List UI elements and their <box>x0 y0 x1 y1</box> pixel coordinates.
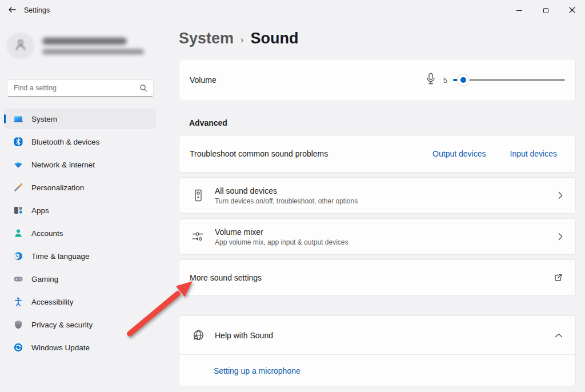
user-email-blurred <box>42 49 144 54</box>
main-content: System › Sound Volume 5 <box>179 0 576 392</box>
avatar <box>7 32 34 59</box>
sidebar-item-gaming[interactable]: Gaming <box>4 269 156 289</box>
sidebar-item-label: Privacy & security <box>31 321 93 329</box>
globe-search-icon <box>192 329 205 341</box>
volume-mixer-title: Volume mixer <box>215 227 348 237</box>
volume-mixer-icon <box>192 231 205 242</box>
app-title: Settings <box>24 0 50 21</box>
slider-track[interactable] <box>453 79 565 81</box>
sidebar-item-label: Network & internet <box>31 161 95 169</box>
volume-label: Volume <box>190 75 217 85</box>
more-sound-settings-row[interactable]: More sound settings <box>179 259 576 296</box>
sidebar-item-label: Windows Update <box>31 343 90 352</box>
sidebar-item-personalization[interactable]: Personalization <box>4 177 156 198</box>
accounts-icon <box>13 228 23 238</box>
troubleshoot-card: Troubleshoot common sound problems Outpu… <box>179 135 576 173</box>
user-text-blurred <box>42 38 144 54</box>
user-profile[interactable] <box>7 32 144 59</box>
chevron-right-icon <box>558 233 563 241</box>
all-sound-devices-subtitle: Turn devices on/off, troubleshoot, other… <box>215 197 358 205</box>
page-title: Sound <box>250 30 298 47</box>
sidebar-item-accounts[interactable]: Accounts <box>4 223 156 243</box>
volume-value: 5 <box>443 76 447 85</box>
output-devices-link[interactable]: Output devices <box>432 149 486 158</box>
chevron-right-icon <box>558 191 563 199</box>
sidebar-item-label: Personalization <box>31 183 84 192</box>
sidebar-item-time-language[interactable]: Time & language <box>4 246 156 266</box>
advanced-section-header: Advanced <box>189 118 227 127</box>
sidebar-item-privacy-security[interactable]: Privacy & security <box>4 314 156 335</box>
volume-slider[interactable] <box>453 74 565 86</box>
selected-indicator <box>4 114 6 123</box>
setting-up-microphone-link[interactable]: Setting up a microphone <box>214 366 300 375</box>
sidebar-item-windows-update[interactable]: Windows Update <box>4 337 156 358</box>
privacy-icon <box>13 319 23 330</box>
accessibility-icon <box>13 297 23 307</box>
sidebar-item-accessibility[interactable]: Accessibility <box>4 291 156 312</box>
sidebar-item-label: Apps <box>31 206 49 215</box>
all-sound-devices-title: All sound devices <box>215 186 358 195</box>
volume-mixer-subtitle: App volume mix, app input & output devic… <box>215 238 348 246</box>
system-icon <box>13 114 23 124</box>
personalization-icon <box>13 182 23 193</box>
speaker-device-icon <box>192 189 205 202</box>
back-button[interactable] <box>3 2 21 18</box>
user-name-blurred <box>42 38 127 45</box>
sidebar-item-label: Time & language <box>31 252 90 261</box>
all-sound-devices-row[interactable]: All sound devices Turn devices on/off, t… <box>179 177 576 214</box>
sidebar-item-label: Accessibility <box>31 298 74 306</box>
sidebar-item-network-internet[interactable]: Network & internet <box>4 154 156 175</box>
gaming-icon <box>13 274 23 284</box>
search-icon <box>139 84 147 92</box>
sidebar-item-apps[interactable]: Apps <box>4 200 156 221</box>
breadcrumb-separator-icon: › <box>241 35 243 45</box>
chevron-up-icon[interactable] <box>555 333 563 338</box>
windows-update-icon <box>13 342 23 353</box>
more-sound-settings-title: More sound settings <box>190 273 262 282</box>
sidebar-item-system[interactable]: System <box>4 109 156 129</box>
sidebar-item-label: Accounts <box>31 229 63 238</box>
breadcrumb-system[interactable]: System <box>179 30 234 47</box>
external-link-icon <box>554 273 563 282</box>
microphone-icon <box>425 73 436 87</box>
help-card: Help with Sound Setting up a microphone <box>179 315 576 386</box>
sidebar: System Bluetooth & devices Network & int… <box>0 21 171 392</box>
sidebar-item-label: Bluetooth & devices <box>31 138 99 146</box>
help-links: Setting up a microphone <box>179 355 575 386</box>
bluetooth-icon <box>13 137 23 147</box>
sidebar-item-bluetooth-devices[interactable]: Bluetooth & devices <box>4 131 156 152</box>
slider-thumb[interactable] <box>458 74 469 86</box>
settings-window: Settings <box>0 0 585 392</box>
help-with-sound-title: Help with Sound <box>215 331 273 340</box>
volume-mixer-row[interactable]: Volume mixer App volume mix, app input &… <box>179 218 576 255</box>
sidebar-nav: System Bluetooth & devices Network & int… <box>4 109 156 360</box>
time-language-icon <box>13 251 23 261</box>
person-silhouette-icon <box>13 37 28 54</box>
back-arrow-icon <box>7 5 17 16</box>
search-input[interactable] <box>7 84 139 92</box>
sidebar-item-label: Gaming <box>31 275 58 283</box>
help-with-sound-row[interactable]: Help with Sound <box>179 316 575 355</box>
input-devices-link[interactable]: Input devices <box>510 149 558 158</box>
volume-card: Volume 5 <box>179 59 576 101</box>
sidebar-item-label: System <box>31 115 57 123</box>
search-box <box>7 79 154 97</box>
network-icon <box>13 159 23 170</box>
troubleshoot-label: Troubleshoot common sound problems <box>190 149 328 158</box>
apps-icon <box>13 205 23 215</box>
breadcrumb: System › Sound <box>179 30 298 47</box>
